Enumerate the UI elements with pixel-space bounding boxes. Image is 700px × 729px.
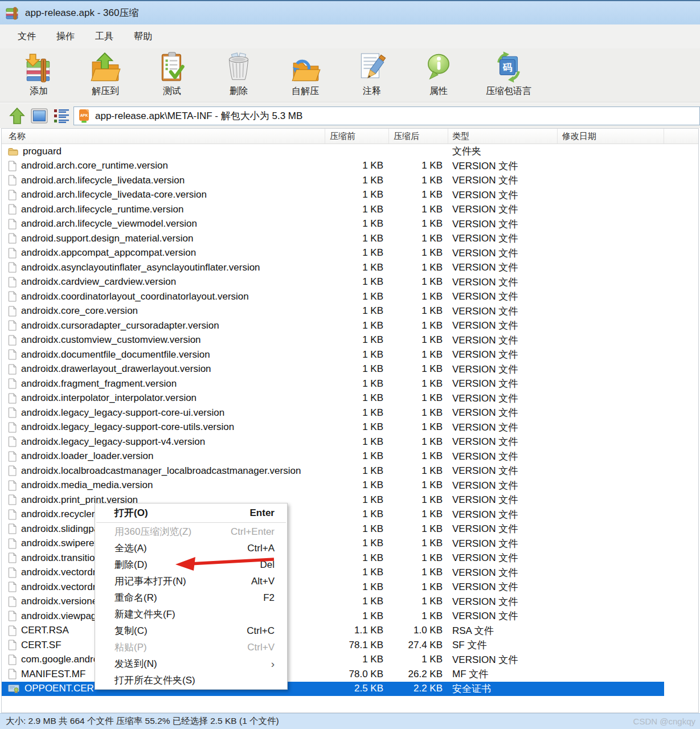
toolbar-button-comment[interactable]: 注释	[343, 48, 400, 102]
extract-icon	[89, 51, 122, 84]
file-name: android.arch.lifecycle_runtime.version	[21, 204, 183, 215]
type-cell: 文件夹	[448, 145, 558, 158]
toolbar-button-extract-to[interactable]: 解压到	[77, 48, 134, 102]
table-row[interactable]: androidx.cardview_cardview.version1 KB1 …	[2, 275, 664, 290]
size-before-cell: 1 KB	[325, 552, 389, 564]
context-menu-item-select-all[interactable]: 全选(A)Ctrl+A	[95, 540, 287, 556]
column-header-date-modified[interactable]: 修改日期	[558, 129, 664, 144]
table-row[interactable]: androidx.interpolator_interpolator.versi…	[2, 391, 664, 406]
file-name: OPPOENT.CER	[24, 683, 94, 694]
type-cell: VERSION 文件	[448, 319, 558, 332]
type-cell: VERSION 文件	[448, 305, 558, 318]
context-menu-item-open-with-notepad[interactable]: 用记事本打开(N)Alt+V	[95, 573, 287, 589]
size-before-cell: 1 KB	[325, 436, 389, 448]
size-before-cell: 1 KB	[325, 175, 389, 186]
table-row[interactable]: androidx.media_media.version1 KB1 KBVERS…	[2, 478, 664, 493]
table-row[interactable]: androidx.cursoradapter_cursoradapter.ver…	[2, 318, 664, 333]
table-row[interactable]: androidx.drawerlayout_drawerlayout.versi…	[2, 362, 664, 377]
trash-icon	[222, 51, 255, 84]
file-name-cell: android.arch.core_runtime.version	[2, 160, 325, 171]
file-name: androidx.cardview_cardview.version	[21, 276, 176, 288]
window-title: app-release.apk - 360压缩	[25, 6, 138, 19]
file-name: androidx.documentfile_documentfile.versi…	[21, 349, 210, 361]
table-row[interactable]: androidx.asynclayoutinflater_asynclayout…	[2, 260, 664, 275]
table-row[interactable]: androidx.legacy_legacy-support-core-ui.v…	[2, 406, 664, 420]
context-menu-item-copy[interactable]: 复制(C)Ctrl+C	[95, 622, 287, 639]
toolbar-button-archive-language[interactable]: 码压缩包语言	[477, 48, 541, 102]
table-row[interactable]: androidx.loader_loader.version1 KB1 KBVE…	[2, 449, 664, 464]
menubar-item-help[interactable]: 帮助	[124, 27, 162, 47]
table-row[interactable]: androidx.localbroadcastmanager_localbroa…	[2, 464, 664, 478]
size-before-cell: 1 KB	[325, 538, 389, 549]
table-row[interactable]: androidx.fragment_fragment.version1 KB1 …	[2, 376, 664, 391]
size-after-cell: 1 KB	[389, 320, 448, 331]
table-row[interactable]: android.arch.lifecycle_runtime.version1 …	[2, 202, 664, 217]
size-before-cell: 1 KB	[325, 421, 389, 433]
table-row[interactable]: proguard文件夹	[2, 144, 664, 159]
context-menu-item-rename[interactable]: 重命名(R)F2	[95, 589, 287, 606]
menu-item-shortcut: Ctrl+V	[247, 642, 275, 653]
file-name: MANIFEST.MF	[21, 669, 85, 680]
toolbar-button-properties[interactable]: 属性	[410, 48, 467, 102]
address-field[interactable]: APK app-release.apk\META-INF - 解包大小为 5.3…	[73, 107, 700, 125]
size-before-cell: 1 KB	[325, 465, 389, 477]
context-menu-item-open-containing-folder[interactable]: 打开所在文件夹(S)	[95, 672, 287, 689]
toolbar-button-label: 压缩包语言	[486, 85, 531, 97]
size-after-cell: 1 KB	[389, 247, 448, 259]
menubar-item-tools[interactable]: 工具	[85, 27, 124, 47]
table-row[interactable]: android.arch.lifecycle_livedata.version1…	[2, 173, 664, 188]
properties-icon	[422, 51, 455, 84]
table-row[interactable]: android.support.design_material.version1…	[2, 231, 664, 246]
context-menu-item-new-folder[interactable]: 新建文件夹(F)	[95, 606, 287, 622]
context-menu-item-delete[interactable]: 删除(D)Del	[95, 556, 287, 573]
table-row[interactable]: androidx.core_core.version1 KB1 KBVERSIO…	[2, 304, 664, 319]
table-row[interactable]: android.arch.core_runtime.version1 KB1 K…	[2, 159, 664, 174]
nav-button-up[interactable]	[7, 105, 27, 126]
file-name: androidx.interpolator_interpolator.versi…	[21, 392, 197, 404]
table-row[interactable]: android.arch.lifecycle_livedata-core.ver…	[2, 188, 664, 203]
toolbar-button-label: 注释	[363, 85, 381, 97]
table-row[interactable]: androidx.appcompat_appcompat.version1 KB…	[2, 246, 664, 261]
file-icon	[8, 552, 17, 563]
size-after-cell: 1 KB	[389, 189, 448, 200]
toolbar-button-test[interactable]: 测试	[144, 48, 200, 102]
size-after-cell: 1 KB	[389, 654, 448, 665]
file-icon	[8, 669, 17, 679]
file-name: androidx.core_core.version	[21, 305, 138, 317]
file-name-cell: androidx.loader_loader.version	[2, 450, 325, 462]
file-icon	[8, 190, 17, 200]
file-name-cell: android.arch.lifecycle_runtime.version	[2, 204, 325, 215]
file-name: androidx.media_media.version	[21, 480, 153, 491]
menu-item-label: 用360压缩浏览(Z)	[114, 525, 191, 538]
menu-item-shortcut: Ctrl+A	[247, 543, 275, 554]
table-row[interactable]: androidx.coordinatorlayout_coordinatorla…	[2, 289, 664, 304]
menubar-item-file[interactable]: 文件	[7, 27, 46, 47]
table-row[interactable]: androidx.legacy_legacy-support-v4.versio…	[2, 435, 664, 449]
column-header-type[interactable]: 类型	[448, 129, 558, 144]
context-menu-item-send-to[interactable]: 发送到(N)›	[95, 656, 287, 672]
column-header-name[interactable]: 名称	[2, 129, 325, 144]
file-name-cell: androidx.asynclayoutinflater_asynclayout…	[2, 262, 325, 273]
table-row[interactable]: androidx.documentfile_documentfile.versi…	[2, 347, 664, 362]
table-row[interactable]: androidx.legacy_legacy-support-core-util…	[2, 420, 664, 435]
context-menu-item-open[interactable]: 打开(O)Enter	[95, 504, 287, 522]
type-cell: VERSION 文件	[448, 363, 558, 376]
file-name: androidx.legacy_legacy-support-core-ui.v…	[21, 407, 224, 419]
column-header-size-after[interactable]: 压缩后	[389, 129, 448, 144]
toolbar-button-self-extract[interactable]: 自解压	[277, 48, 334, 102]
size-after-cell: 1 KB	[389, 523, 448, 535]
nav-button-view-mode[interactable]	[29, 105, 50, 126]
menu-item-shortcut: Enter	[250, 507, 275, 519]
file-name: androidx.localbroadcastmanager_localbroa…	[21, 465, 301, 477]
menubar-item-action[interactable]: 操作	[46, 27, 85, 47]
table-row[interactable]: androidx.customview_customview.version1 …	[2, 333, 664, 348]
file-name-cell: androidx.drawerlayout_drawerlayout.versi…	[2, 363, 325, 375]
column-header-size-before[interactable]: 压缩前	[325, 129, 389, 144]
size-before-cell: 1 KB	[325, 349, 389, 361]
toolbar-button-delete[interactable]: 删除	[210, 48, 267, 102]
nav-button-details-view[interactable]	[51, 105, 72, 126]
toolbar-button-add[interactable]: 添加	[10, 48, 67, 102]
file-name: proguard	[23, 146, 62, 157]
table-row[interactable]: android.arch.lifecycle_viewmodel.version…	[2, 217, 664, 232]
menu-item-label: 重命名(R)	[114, 591, 157, 604]
